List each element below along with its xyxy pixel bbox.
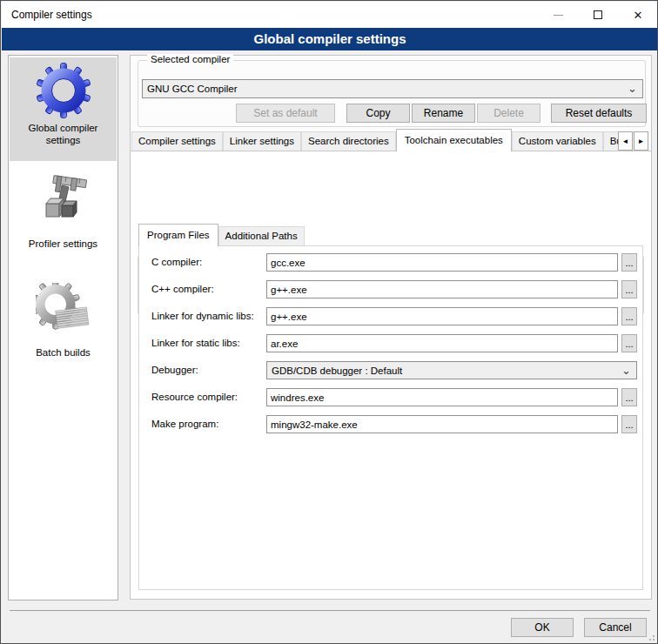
debugger-label: Debugger: xyxy=(151,361,266,379)
maximize-icon xyxy=(594,10,602,19)
c-compiler-input[interactable] xyxy=(266,253,618,272)
minimize-icon xyxy=(554,15,563,16)
tab-compiler-settings[interactable]: Compiler settings xyxy=(131,131,223,151)
make-program-input[interactable] xyxy=(266,415,618,433)
linker-dynamic-browse-button[interactable]: ... xyxy=(621,307,637,325)
linker-static-row: Linker for static libs: ... xyxy=(131,334,651,352)
debugger-select[interactable]: GDB/CDB debugger : Default ⌄ xyxy=(266,361,637,379)
copy-button[interactable]: Copy xyxy=(346,104,410,123)
tab-search-directories[interactable]: Search directories xyxy=(301,131,396,151)
reset-defaults-button[interactable]: Reset defaults xyxy=(551,104,647,123)
tab-scroll-left-button[interactable]: ◄ xyxy=(618,131,633,151)
resource-compiler-label: Resource compiler: xyxy=(151,388,266,406)
tab-program-files[interactable]: Program Files xyxy=(138,224,218,246)
cancel-button[interactable]: Cancel xyxy=(584,618,647,637)
window-title: Compiler settings xyxy=(11,2,92,28)
arrow-left-icon: ◄ xyxy=(622,138,629,145)
batch-builds-icon xyxy=(36,283,91,339)
cpp-compiler-input[interactable] xyxy=(266,280,618,299)
program-files-tabbar: Program Files Additional Paths xyxy=(138,224,305,245)
tab-scroll-buttons: ◄ ► xyxy=(617,131,648,151)
global-compiler-settings-icon xyxy=(36,63,91,118)
tab-scroll-right-button[interactable]: ► xyxy=(634,131,648,151)
tab-toolchain-executables[interactable]: Toolchain executables xyxy=(396,129,512,151)
resource-compiler-row: Resource compiler: ... xyxy=(131,388,651,406)
compiler-settings-dialog: Compiler settings ✕ Global compiler sett… xyxy=(0,0,658,644)
settings-tabbar: Compiler settings Linker settings Search… xyxy=(131,129,634,151)
maximize-button[interactable] xyxy=(578,2,618,28)
page-title: Global compiler settings xyxy=(2,28,658,50)
tab-additional-paths[interactable]: Additional Paths xyxy=(218,226,305,245)
tab-linker-settings[interactable]: Linker settings xyxy=(223,131,301,151)
close-icon: ✕ xyxy=(634,10,643,21)
sidebar-item-global-compiler-settings[interactable]: Global compiler settings xyxy=(10,122,116,146)
close-button[interactable]: ✕ xyxy=(618,2,658,28)
profiler-settings-icon xyxy=(36,169,91,225)
linker-dynamic-row: Linker for dynamic libs: ... xyxy=(131,307,651,325)
resize-grip-icon[interactable] xyxy=(646,632,655,641)
tab-custom-variables[interactable]: Custom variables xyxy=(512,131,603,151)
selected-compiler-legend: Selected compiler xyxy=(147,54,233,64)
debugger-select-value: GDB/CDB debugger : Default xyxy=(272,366,402,376)
linker-dynamic-input[interactable] xyxy=(266,307,618,325)
compiler-select-value: GNU GCC Compiler xyxy=(147,84,238,94)
main-panel: Selected compiler GNU GCC Compiler ⌄ Set… xyxy=(130,55,652,600)
delete-button: Delete xyxy=(477,104,540,123)
rename-button[interactable]: Rename xyxy=(412,104,475,123)
c-compiler-browse-button[interactable]: ... xyxy=(621,253,637,272)
make-program-label: Make program: xyxy=(151,415,266,433)
linker-static-browse-button[interactable]: ... xyxy=(621,334,637,352)
resource-compiler-browse-button[interactable]: ... xyxy=(621,388,637,406)
make-program-browse-button[interactable]: ... xyxy=(621,415,637,433)
ok-button[interactable]: OK xyxy=(511,618,574,637)
debugger-row: Debugger: GDB/CDB debugger : Default ⌄ xyxy=(131,361,651,379)
cpp-compiler-browse-button[interactable]: ... xyxy=(621,280,637,299)
sidebar-item-profiler-settings[interactable]: Profiler settings xyxy=(10,238,116,250)
selected-compiler-group: Selected compiler GNU GCC Compiler ⌄ Set… xyxy=(138,60,646,127)
linker-static-label: Linker for static libs: xyxy=(151,334,266,352)
sidebar-item-batch-builds[interactable]: Batch builds xyxy=(10,346,116,359)
arrow-right-icon: ► xyxy=(638,138,645,145)
compiler-select[interactable]: GNU GCC Compiler ⌄ xyxy=(142,79,643,98)
minimize-button[interactable] xyxy=(538,2,578,28)
cpp-compiler-label: C++ compiler: xyxy=(151,280,266,299)
sidebar: Global compiler settings xyxy=(8,55,118,600)
set-as-default-button: Set as default xyxy=(236,104,335,123)
titlebar: Compiler settings ✕ xyxy=(2,2,658,28)
make-program-row: Make program: ... xyxy=(131,415,651,433)
c-compiler-label: C compiler: xyxy=(151,253,266,272)
footer-separator xyxy=(10,610,650,611)
c-compiler-row: C compiler: ... xyxy=(131,253,651,272)
cpp-compiler-row: C++ compiler: ... xyxy=(131,280,651,299)
resource-compiler-input[interactable] xyxy=(266,388,618,406)
linker-dynamic-label: Linker for dynamic libs: xyxy=(151,307,266,325)
linker-static-input[interactable] xyxy=(266,334,618,352)
